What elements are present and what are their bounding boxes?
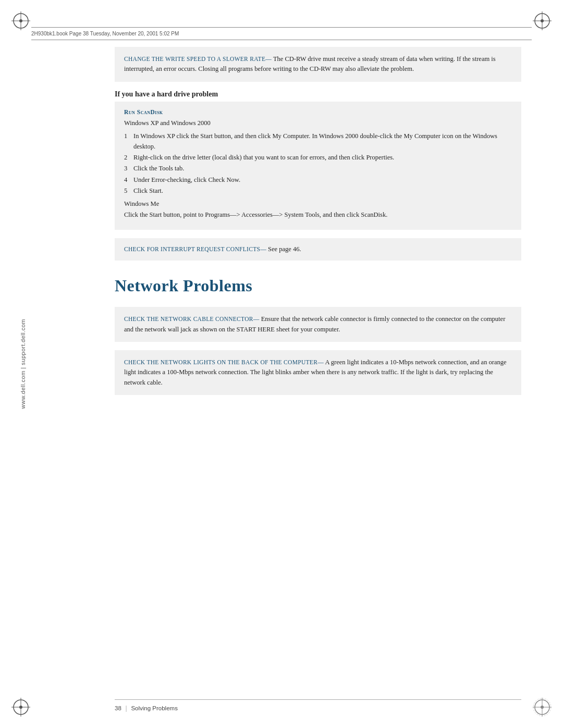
sidebar-text-container: www.dell.com | support.dell.com	[20, 104, 26, 624]
scandisk-step-2-text: Right-click on the drive letter (local d…	[133, 153, 394, 163]
footer-page-number: 38	[115, 705, 121, 711]
scandisk-step-3-text: Click the Tools tab.	[133, 164, 185, 174]
check-lights-title: CHECK THE NETWORK LIGHTS ON THE BACK OF …	[124, 359, 324, 365]
check-interrupt-body: See page 46.	[268, 245, 301, 253]
cd-rw-title: CHANGE THE WRITE SPEED TO A SLOWER RATE—	[124, 56, 272, 62]
check-cable-box: CHECK THE NETWORK CABLE CONNECTOR— Ensur…	[115, 307, 521, 342]
footer: 38 | Solving Problems	[115, 699, 521, 712]
scandisk-step-5: 5 Click Start.	[124, 186, 512, 196]
corner-mark-tr	[532, 10, 553, 31]
scandisk-step-3: 3 Click the Tools tab.	[124, 164, 512, 174]
scandisk-step-5-text: Click Start.	[133, 186, 163, 196]
scandisk-step-4-text: Under Error-checking, click Check Now.	[133, 175, 240, 185]
scandisk-steps: 1 In Windows XP click the Start button, …	[124, 131, 512, 196]
header-text: 2H930bk1.book Page 38 Tuesday, November …	[31, 30, 179, 38]
sidebar-label: www.dell.com | support.dell.com	[20, 319, 26, 409]
windows-me-desc: Click the Start button, point to Program…	[124, 210, 512, 220]
scandisk-step-2: 2 Right-click on the drive letter (local…	[124, 153, 512, 163]
corner-mark-tl	[10, 10, 31, 31]
check-interrupt-box: CHECK FOR INTERRUPT REQUEST CONFLICTS— S…	[115, 238, 521, 261]
network-problems-heading: Network Problems	[115, 276, 521, 295]
check-lights-box: CHECK THE NETWORK LIGHTS ON THE BACK OF …	[115, 350, 521, 395]
footer-separator: |	[126, 704, 127, 712]
footer-section: Solving Problems	[131, 705, 177, 711]
hard-drive-section: If you have a hard drive problem Run Sca…	[115, 90, 521, 261]
windows-me-label: Windows Me	[124, 200, 512, 208]
scandisk-step-4: 4 Under Error-checking, click Check Now.	[124, 175, 512, 185]
svg-point-15	[541, 706, 544, 709]
corner-mark-bl	[10, 697, 31, 718]
svg-point-7	[541, 19, 544, 22]
page: 2H930bk1.book Page 38 Tuesday, November …	[0, 0, 563, 728]
svg-point-3	[19, 19, 22, 22]
hard-drive-heading: If you have a hard drive problem	[115, 90, 521, 98]
scandisk-title: Run ScanDisk	[124, 109, 512, 115]
scandisk-step-1: 1 In Windows XP click the Start button, …	[124, 131, 512, 152]
check-interrupt-title: CHECK FOR INTERRUPT REQUEST CONFLICTS—	[124, 246, 266, 252]
main-content: CHANGE THE WRITE SPEED TO A SLOWER RATE—…	[115, 47, 521, 686]
scandisk-subtitle: Windows XP and Windows 2000	[124, 118, 512, 128]
corner-mark-br	[532, 697, 553, 718]
check-cable-title: CHECK THE NETWORK CABLE CONNECTOR—	[124, 316, 260, 322]
scandisk-step-1-text: In Windows XP click the Start button, an…	[133, 131, 512, 152]
svg-point-11	[19, 706, 22, 709]
scandisk-box: Run ScanDisk Windows XP and Windows 2000…	[115, 102, 521, 230]
cd-rw-box: CHANGE THE WRITE SPEED TO A SLOWER RATE—…	[115, 47, 521, 82]
header-bar: 2H930bk1.book Page 38 Tuesday, November …	[31, 27, 532, 40]
